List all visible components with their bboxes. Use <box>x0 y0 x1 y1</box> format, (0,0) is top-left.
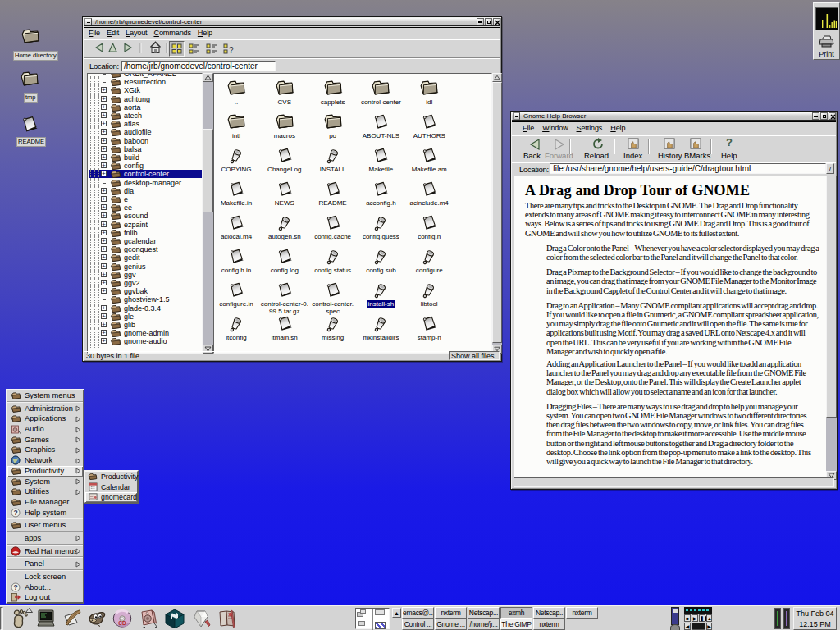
svg-text:?: ? <box>229 46 234 55</box>
